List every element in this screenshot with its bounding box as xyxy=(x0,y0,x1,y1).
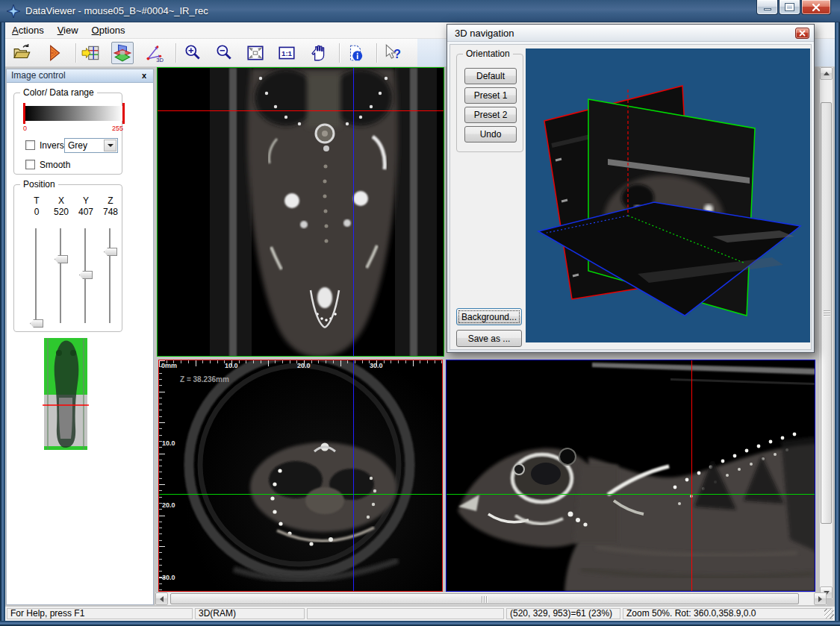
smooth-checkbox[interactable] xyxy=(25,160,35,169)
background-button[interactable]: Background... xyxy=(456,308,522,325)
close-icon xyxy=(812,3,821,12)
slider-track-t[interactable] xyxy=(35,228,37,324)
scroll-left-button[interactable] xyxy=(155,592,168,605)
axial-ruler-left-10: 10.0 xyxy=(162,439,175,447)
fit-to-window-button[interactable] xyxy=(244,42,267,64)
axial-crosshair-horizontal-green[interactable] xyxy=(159,494,442,495)
3d-viewport[interactable] xyxy=(526,48,810,342)
horizontal-scrollbar[interactable] xyxy=(155,592,827,605)
load-preview-button[interactable] xyxy=(80,42,102,64)
position-group: Position T X Y Z 0 520 407 748 xyxy=(13,184,122,332)
menu-actions[interactable]: Actions xyxy=(5,22,51,38)
minimize-button[interactable] xyxy=(756,0,778,15)
slider-track-x[interactable] xyxy=(60,228,62,324)
window-border-left xyxy=(0,22,5,626)
toolbar-separator xyxy=(376,43,378,63)
orientation-default-button[interactable]: Default xyxy=(464,68,517,84)
slider-thumb-z[interactable] xyxy=(104,248,117,256)
dialog-close-button[interactable] xyxy=(795,28,809,39)
3d-navigation-button[interactable]: 3D xyxy=(143,42,165,64)
3d-planes-rendering xyxy=(526,48,810,342)
toolbar-separator xyxy=(175,43,177,63)
axis-label-y: Y xyxy=(77,195,95,206)
slider-track-z[interactable] xyxy=(109,228,111,324)
orientation-undo-button[interactable]: Undo xyxy=(464,126,517,143)
menu-view[interactable]: View xyxy=(51,22,85,38)
palette-value: Grey xyxy=(68,140,87,151)
actual-size-button[interactable]: 1:1 xyxy=(276,42,298,64)
inverse-checkbox[interactable] xyxy=(25,140,35,150)
range-max-label: 255 xyxy=(112,125,123,132)
pan-button[interactable] xyxy=(307,42,329,64)
range-min-marker[interactable] xyxy=(23,103,25,124)
axis-value-z: 748 xyxy=(98,207,123,217)
status-memory-mode: 3D(RAM) xyxy=(195,608,305,619)
sagittal-crosshair-vertical-red[interactable] xyxy=(691,360,692,591)
dialog-client-area: Orientation Default Preset 1 Preset 2 Un… xyxy=(449,44,812,350)
scout-thumbnail[interactable] xyxy=(14,338,120,450)
3d-axes-icon: 3D xyxy=(144,43,164,63)
vertical-scrollbar[interactable] xyxy=(820,67,833,599)
load-preview-icon xyxy=(81,43,101,63)
zoom-in-button[interactable] xyxy=(181,42,204,64)
coronal-crosshair-vertical-blue[interactable] xyxy=(353,68,354,356)
info-icon xyxy=(346,43,365,63)
maximize-button[interactable] xyxy=(779,0,800,15)
toolbar-separator xyxy=(339,43,340,63)
open-dataset-button[interactable] xyxy=(11,42,34,64)
orthogonal-slices-icon xyxy=(113,43,132,63)
scroll-up-button[interactable] xyxy=(820,67,833,80)
axis-value-t: 0 xyxy=(24,207,49,217)
axial-crosshair-vertical-blue[interactable] xyxy=(353,360,354,591)
coronal-crosshair-horizontal-red[interactable] xyxy=(158,110,444,111)
coronal-ct-image xyxy=(158,68,444,357)
window-border-right[interactable] xyxy=(835,22,840,626)
slider-thumb-y[interactable] xyxy=(79,271,93,279)
app-icon xyxy=(7,4,20,18)
close-button[interactable] xyxy=(801,0,831,15)
3d-navigation-dialog[interactable]: 3D navigation Orientation Default Preset… xyxy=(447,24,815,353)
window-title: DataViewer - mouse05_B~#0004~_IR_rec xyxy=(25,5,208,16)
start-action-button[interactable] xyxy=(43,42,65,64)
orientation-group: Orientation Default Preset 1 Preset 2 Un… xyxy=(456,54,523,152)
thumb-grip xyxy=(482,596,488,603)
image-control-header[interactable]: Image control x xyxy=(7,69,153,83)
grey-gradient-bar[interactable] xyxy=(25,106,123,121)
context-help-button[interactable]: ? xyxy=(382,42,404,64)
minimize-icon xyxy=(764,8,771,10)
slider-thumb-x[interactable] xyxy=(55,255,68,263)
slider-thumb-t[interactable] xyxy=(30,319,43,328)
dataviewer-window: DataViewer - mouse05_B~#0004~_IR_rec Act… xyxy=(0,0,840,626)
resize-grip[interactable] xyxy=(824,609,834,619)
zoom-out-button[interactable] xyxy=(213,42,235,64)
orthogonal-slices-button[interactable] xyxy=(111,42,134,64)
zoom-in-icon xyxy=(183,43,202,63)
color-range-legend: Color/ Data range xyxy=(20,87,97,98)
dialog-title-bar[interactable]: 3D navigation xyxy=(447,25,814,42)
horizontal-scroll-thumb[interactable] xyxy=(170,593,799,604)
range-min-label: 0 xyxy=(23,125,27,132)
axial-view[interactable]: 0mm 10.0 20.0 30.0 10.0 20.0 30.0 Z = 38… xyxy=(158,360,443,592)
actual-size-icon: 1:1 xyxy=(277,43,296,63)
open-folder-icon xyxy=(13,43,32,63)
vertical-scroll-thumb[interactable] xyxy=(821,102,832,524)
menu-options[interactable]: Options xyxy=(85,22,132,38)
orientation-preset2-button[interactable]: Preset 2 xyxy=(464,107,517,123)
panel-close-icon[interactable]: x xyxy=(139,70,149,81)
arrow-left-icon xyxy=(160,596,164,602)
title-bar[interactable]: DataViewer - mouse05_B~#0004~_IR_rec xyxy=(0,0,840,22)
dataset-info-button[interactable] xyxy=(344,42,367,64)
sagittal-view[interactable] xyxy=(446,360,815,592)
sagittal-crosshair-horizontal-green[interactable] xyxy=(447,494,815,495)
orientation-preset1-button[interactable]: Preset 1 xyxy=(464,87,517,104)
palette-dropdown-button[interactable] xyxy=(104,140,116,151)
zoom-out-icon xyxy=(214,43,234,63)
palette-select[interactable]: Grey xyxy=(64,138,118,153)
arrow-up-icon xyxy=(824,72,830,75)
range-max-marker[interactable] xyxy=(122,103,125,124)
play-icon xyxy=(44,43,63,63)
save-as-button[interactable]: Save as ... xyxy=(456,330,522,347)
axial-ruler-origin: 0mm xyxy=(161,362,177,369)
coronal-view[interactable] xyxy=(157,67,444,357)
scroll-right-button[interactable] xyxy=(814,592,827,605)
